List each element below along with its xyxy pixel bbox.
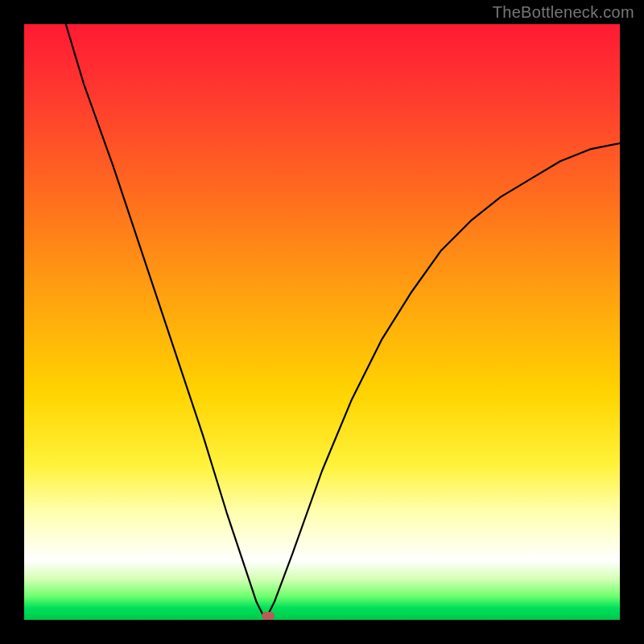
chart-frame: TheBottleneck.com [0,0,644,644]
bottleneck-curve [24,24,620,620]
optimal-point-marker [262,612,275,620]
watermark-text: TheBottleneck.com [493,3,634,22]
plot-area [24,24,620,620]
